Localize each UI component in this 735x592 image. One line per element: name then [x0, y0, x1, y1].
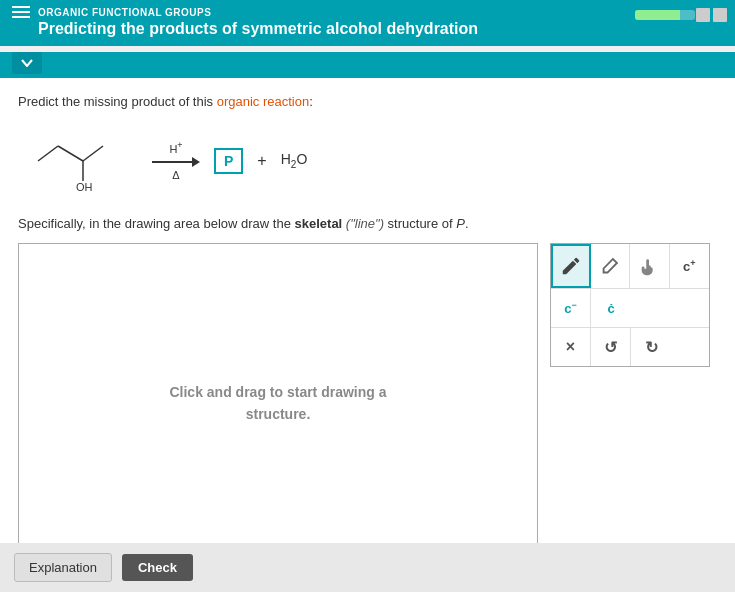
instruction-suffix: structure of: [384, 216, 456, 231]
footer: Explanation Check: [0, 543, 735, 592]
page-title: Predicting the products of symmetric alc…: [38, 20, 723, 38]
chevron-down-icon: [21, 59, 33, 67]
drawing-canvas[interactable]: Click and drag to start drawing a struct…: [18, 243, 538, 563]
minimize-button[interactable]: [696, 8, 710, 22]
toolbar-row-1: c+: [551, 244, 709, 289]
question-prefix: Predict the missing product of this: [18, 94, 217, 109]
instruction-P: P: [456, 216, 465, 231]
svg-line-1: [58, 146, 83, 161]
draw-tool-button[interactable]: [551, 244, 591, 288]
topic-label: ORGANIC FUNCTIONAL GROUPS: [38, 7, 211, 18]
product-box: P: [214, 148, 243, 174]
reactant-molecule: OH: [28, 126, 138, 196]
progress-bar-fill: [635, 10, 680, 20]
instruction-period: .: [465, 216, 469, 231]
menu-icon[interactable]: [12, 6, 30, 18]
carbon-minus-button[interactable]: c−: [551, 289, 591, 327]
pencil-icon: [560, 255, 582, 277]
canvas-placeholder: Click and drag to start drawing a struct…: [169, 381, 386, 426]
svg-line-0: [38, 146, 58, 161]
undo-button[interactable]: ↺: [591, 328, 631, 366]
reaction-display: OH H+ Δ P + H2O: [28, 126, 717, 196]
carbon-minus-label: c−: [564, 300, 577, 316]
drawing-toolbar: c+ c− ċ × ↺ ↻: [550, 243, 710, 367]
svg-text:OH: OH: [76, 181, 93, 193]
check-button[interactable]: Check: [122, 554, 193, 581]
drawing-section: Click and drag to start drawing a struct…: [18, 243, 717, 563]
window-controls: [696, 8, 727, 22]
maximize-button[interactable]: [713, 8, 727, 22]
clear-button[interactable]: ×: [551, 328, 591, 366]
redo-icon: ↻: [645, 338, 658, 357]
instruction-text: Specifically, in the drawing area below …: [18, 214, 717, 234]
collapse-button[interactable]: [12, 52, 42, 74]
question-text: Predict the missing product of this orga…: [18, 92, 717, 112]
progress-bar: [635, 10, 695, 20]
eraser-tool-button[interactable]: [591, 244, 631, 288]
reagent-bottom: Δ: [172, 169, 179, 181]
eraser-icon: [599, 255, 621, 277]
toolbar-row-2: c− ċ: [551, 289, 709, 328]
undo-icon: ↺: [604, 338, 617, 357]
instruction-bold: skeletal: [295, 216, 343, 231]
clear-icon: ×: [566, 338, 575, 356]
reaction-arrow: H+ Δ: [152, 140, 200, 181]
water-formula: H2O: [281, 151, 308, 170]
question-highlight: organic reaction: [217, 94, 310, 109]
main-content: Predict the missing product of this orga…: [0, 78, 735, 583]
instruction-prefix: Specifically, in the drawing area below …: [18, 216, 295, 231]
canvas-placeholder-line1: Click and drag to start drawing a: [169, 384, 386, 400]
reagent-top: H+: [169, 140, 182, 155]
canvas-placeholder-line2: structure.: [246, 406, 311, 422]
redo-button[interactable]: ↻: [631, 328, 671, 366]
hand-icon: [638, 255, 660, 277]
svg-line-2: [83, 146, 103, 161]
header: ORGANIC FUNCTIONAL GROUPS Predicting the…: [0, 0, 735, 46]
explanation-button[interactable]: Explanation: [14, 553, 112, 582]
carbon-plus-button[interactable]: c+: [670, 244, 709, 288]
carbon-dot-label: ċ: [607, 301, 614, 316]
question-suffix: :: [309, 94, 313, 109]
plus-sign: +: [257, 152, 266, 170]
carbon-plus-label: c+: [683, 258, 696, 274]
carbon-dot-button[interactable]: ċ: [591, 289, 631, 327]
instruction-italic: ("line"): [342, 216, 384, 231]
toolbar-row-3: × ↺ ↻: [551, 328, 709, 366]
move-tool-button[interactable]: [630, 244, 670, 288]
